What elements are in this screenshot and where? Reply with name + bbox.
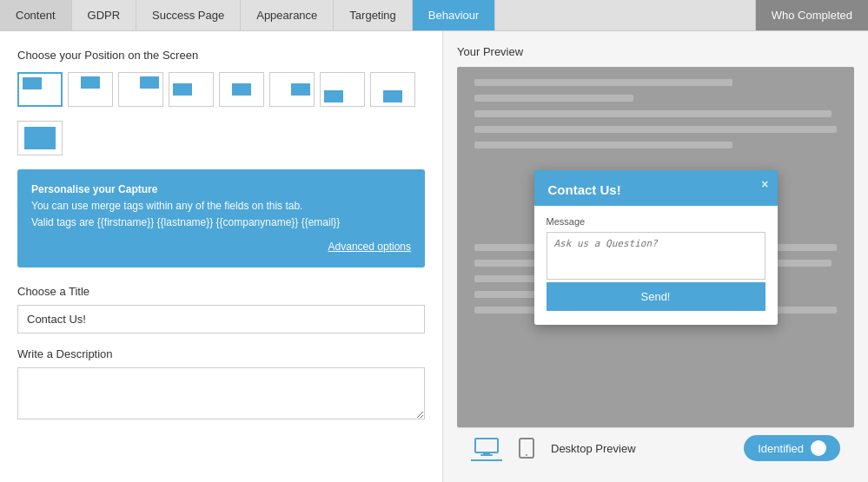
preview-popup: Contact Us! × Message Send! [534,170,778,325]
mock-line [474,142,732,149]
info-line2: You can use merge tags within any of the… [31,200,302,212]
title-label: Choose a Title [17,285,425,298]
description-textarea[interactable] [17,367,425,419]
toggle-circle-icon [811,440,826,456]
position-bottom-left[interactable] [320,72,365,107]
info-title: Personalise your Capture [31,183,157,195]
main-container: Content GDPR Success Page Appearance Tar… [0,0,868,482]
position-section-title: Choose your Position on the Screen [17,49,425,62]
toggle-label: Identified [758,442,804,455]
bottom-bar: Desktop Preview Identified [457,427,854,468]
mock-line [474,79,732,86]
tab-content[interactable]: Content [0,0,72,30]
tab-behaviour[interactable]: Behaviour [413,0,496,30]
popup-send-button[interactable]: Send! [547,282,765,311]
tab-targeting[interactable]: Targeting [334,0,412,30]
position-bottom-center[interactable] [370,72,415,107]
position-center[interactable] [219,72,264,107]
info-line3: Valid tags are {{firstname}} {{lastname}… [31,216,340,228]
popup-close-icon[interactable]: × [761,177,768,191]
svg-rect-0 [475,439,498,452]
mock-line [474,110,832,117]
pos-indicator [23,77,42,89]
content-area: Choose your Position on the Screen [0,31,868,482]
info-box: Personalise your Capture You can use mer… [17,169,425,267]
tab-success-page[interactable]: Success Page [136,0,241,30]
tab-appearance[interactable]: Appearance [241,0,334,30]
popup-message-textarea[interactable] [547,232,765,280]
pos-indicator [383,90,402,102]
svg-rect-1 [483,452,490,454]
preview-area: Contact Us! × Message Send! [457,67,854,427]
pos-indicator [324,90,343,102]
desktop-icon[interactable] [471,435,502,461]
popup-field-label: Message [547,216,765,227]
position-top-left[interactable] [17,72,63,107]
right-panel: Your Preview [443,31,868,482]
position-center-left[interactable] [169,72,214,107]
pos-indicator [291,83,310,96]
tablet-icon[interactable] [511,435,542,461]
tab-who-completed[interactable]: Who Completed [756,0,868,30]
mock-line [474,126,837,133]
pos-indicator [173,83,192,96]
preview-title: Your Preview [457,45,854,58]
mock-line [474,95,633,102]
desktop-preview-label: Desktop Preview [551,442,735,455]
position-center-right[interactable] [269,72,315,107]
popup-header: Contact Us! × [534,170,778,206]
title-input[interactable] [17,305,425,333]
description-label: Write a Description [17,347,425,360]
svg-point-4 [526,454,527,456]
tab-gdpr[interactable]: GDPR [72,0,137,30]
popup-title: Contact Us! [548,182,621,197]
position-top-right[interactable] [118,72,163,107]
position-grid-row2 [17,121,425,155]
position-grid [17,72,425,107]
identified-toggle-button[interactable]: Identified [744,435,840,461]
position-full[interactable] [17,121,63,155]
position-top-center[interactable] [68,72,113,107]
pos-indicator [24,127,56,149]
tab-spacer [495,0,755,30]
pos-indicator [232,83,251,96]
pos-indicator [81,76,100,89]
svg-rect-2 [480,454,493,456]
pos-indicator [140,76,159,89]
popup-body: Message Send! [534,206,778,325]
advanced-options-link[interactable]: Advanced options [31,239,411,255]
left-panel: Choose your Position on the Screen [0,31,443,482]
tab-bar: Content GDPR Success Page Appearance Tar… [0,0,868,31]
